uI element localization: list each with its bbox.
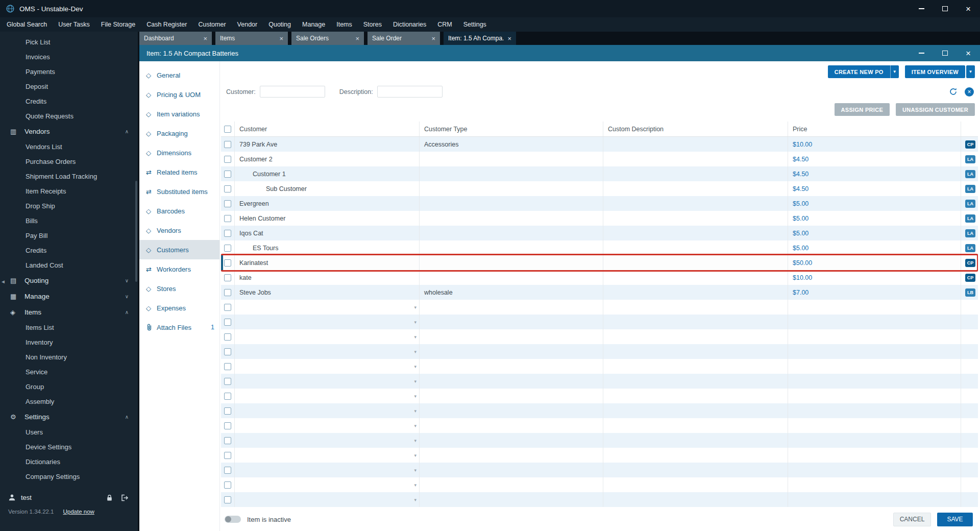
- window-maximize-button[interactable]: [933, 0, 957, 17]
- column-header-custom-description[interactable]: Custom Description: [603, 122, 788, 136]
- unassign-customer-button[interactable]: UNASSIGN CUSTOMER: [896, 103, 975, 116]
- sidebar-item-shipment-load-tracking[interactable]: Shipment Load Tracking: [0, 169, 138, 184]
- dropdown-arrow-icon[interactable]: ▾: [414, 305, 416, 310]
- sidebar-item-purchase-orders[interactable]: Purchase Orders: [0, 154, 138, 169]
- dropdown-arrow-icon[interactable]: ▾: [414, 364, 416, 369]
- table-row[interactable]: ES Tours$5.00LA: [221, 240, 978, 255]
- column-header-price[interactable]: Price: [788, 122, 961, 136]
- sidebar-item-item-receipts[interactable]: Item Receipts: [0, 184, 138, 199]
- sidebar-item-invoices[interactable]: Invoices: [0, 50, 138, 64]
- menu-item-settings[interactable]: Settings: [458, 21, 492, 28]
- row-checkbox[interactable]: [224, 171, 231, 178]
- select-all-checkbox[interactable]: [224, 126, 231, 133]
- sidebar-item-quote-requests[interactable]: Quote Requests: [0, 109, 138, 124]
- tab-sale-order[interactable]: Sale Order×: [368, 32, 440, 45]
- sidebar-item-group[interactable]: Group: [0, 379, 138, 394]
- dropdown-arrow-icon[interactable]: ▾: [414, 438, 416, 443]
- sidebar-scrollbar[interactable]: [135, 181, 137, 282]
- sidebar-item-vendors-list[interactable]: Vendors List: [0, 139, 138, 154]
- dropdown-arrow-icon[interactable]: ▾: [414, 453, 416, 458]
- update-now-link[interactable]: Update now: [63, 509, 94, 515]
- table-row-empty[interactable]: ▾: [221, 359, 978, 374]
- sidebar-item-pick-list[interactable]: Pick List: [0, 35, 138, 50]
- tab-close-icon[interactable]: ×: [203, 35, 207, 42]
- nav-item-barcodes[interactable]: ◇Barcodes: [139, 201, 219, 221]
- menu-item-cash-register[interactable]: Cash Register: [141, 21, 192, 28]
- row-checkbox[interactable]: [224, 378, 231, 385]
- row-checkbox[interactable]: [224, 200, 231, 207]
- window-close-button[interactable]: ×: [957, 0, 980, 17]
- tab-close-icon[interactable]: ×: [279, 35, 283, 42]
- row-checkbox[interactable]: [224, 422, 231, 429]
- table-row[interactable]: Steve Jobswholesale$7.00LB: [221, 285, 978, 300]
- save-button[interactable]: SAVE: [937, 513, 973, 526]
- sidebar-section-quoting[interactable]: ▤Quoting∨: [0, 273, 138, 288]
- row-checkbox[interactable]: [224, 304, 231, 311]
- row-checkbox[interactable]: [224, 274, 231, 281]
- tab-item-1-5-ah-compa[interactable]: Item: 1.5 Ah Compa...×: [444, 32, 516, 45]
- menu-item-stores[interactable]: Stores: [358, 21, 387, 28]
- table-row[interactable]: kate$10.00CP: [221, 270, 978, 285]
- row-checkbox[interactable]: [224, 141, 231, 148]
- dropdown-arrow-icon[interactable]: ▾: [414, 497, 416, 502]
- table-row-empty[interactable]: ▾: [221, 463, 978, 477]
- sidebar-item-deposit[interactable]: Deposit: [0, 79, 138, 94]
- sidebar-item-company-settings[interactable]: Company Settings: [0, 469, 138, 484]
- nav-item-vendors[interactable]: ◇Vendors: [139, 221, 219, 240]
- nav-item-general[interactable]: ◇General: [139, 65, 219, 85]
- tab-sale-orders[interactable]: Sale Orders×: [291, 32, 364, 45]
- row-checkbox[interactable]: [224, 437, 231, 444]
- price-badge-la[interactable]: LA: [965, 170, 975, 178]
- nav-item-expenses[interactable]: ◇Expenses: [139, 298, 219, 318]
- price-badge-cp[interactable]: CP: [965, 274, 975, 282]
- table-row-empty[interactable]: ▾: [221, 418, 978, 433]
- sidebar-item-service[interactable]: Service: [0, 365, 138, 379]
- tab-close-icon[interactable]: ×: [507, 35, 511, 42]
- row-checkbox[interactable]: [224, 319, 231, 326]
- nav-item-workorders[interactable]: ⇄Workorders: [139, 259, 219, 279]
- nav-item-attach-files[interactable]: Attach Files1: [139, 318, 219, 337]
- price-badge-cp[interactable]: CP: [965, 140, 975, 149]
- table-row-empty[interactable]: ▾: [221, 329, 978, 344]
- table-row[interactable]: Helen Customer$5.00LA: [221, 211, 978, 226]
- price-badge-cp[interactable]: CP: [965, 259, 975, 267]
- tab-close-icon[interactable]: ×: [431, 35, 435, 42]
- menu-item-dictionaries[interactable]: Dictionaries: [387, 21, 432, 28]
- price-badge-la[interactable]: LA: [965, 185, 975, 193]
- sidebar-item-drop-ship[interactable]: Drop Ship: [0, 199, 138, 213]
- table-row-empty[interactable]: ▾: [221, 403, 978, 418]
- column-header-customer[interactable]: Customer: [235, 122, 420, 136]
- sidebar-item-bills[interactable]: Bills: [0, 213, 138, 228]
- table-row-empty[interactable]: ▾: [221, 492, 978, 507]
- nav-item-related-items[interactable]: ⇄Related items: [139, 162, 219, 182]
- price-badge-lb[interactable]: LB: [965, 288, 975, 297]
- row-checkbox[interactable]: [224, 156, 231, 163]
- table-row-empty[interactable]: ▾: [221, 389, 978, 403]
- dropdown-arrow-icon[interactable]: ▾: [414, 320, 416, 325]
- table-row[interactable]: Sub Customer$4.50LA: [221, 181, 978, 196]
- tab-items[interactable]: Items×: [215, 32, 288, 45]
- row-checkbox[interactable]: [224, 215, 231, 222]
- create-new-po-button[interactable]: CREATE NEW PO ▼: [828, 65, 899, 78]
- sidebar-item-users[interactable]: Users: [0, 425, 138, 440]
- row-checkbox[interactable]: [224, 452, 231, 459]
- table-row-empty[interactable]: ▾: [221, 374, 978, 389]
- sidebar-item-landed-cost[interactable]: Landed Cost: [0, 258, 138, 273]
- nav-item-dimensions[interactable]: ◇Dimensions: [139, 143, 219, 162]
- create-new-po-dropdown-icon[interactable]: ▼: [890, 65, 899, 78]
- row-checkbox[interactable]: [224, 333, 231, 341]
- dropdown-arrow-icon[interactable]: ▾: [414, 334, 416, 340]
- nav-item-pricing-uom[interactable]: ◇Pricing & UOM: [139, 85, 219, 104]
- tab-dashboard[interactable]: Dashboard×: [139, 32, 212, 45]
- sidebar-item-non-inventory[interactable]: Non Inventory: [0, 350, 138, 365]
- table-row[interactable]: 739 Park AveAccessories$10.00CP: [221, 137, 978, 152]
- column-header-customer-type[interactable]: Customer Type: [420, 122, 603, 136]
- menu-item-user-tasks[interactable]: User Tasks: [53, 21, 95, 28]
- sidebar-item-credits[interactable]: Credits: [0, 94, 138, 109]
- sidebar-collapse-arrow-icon[interactable]: ◄: [1, 279, 6, 284]
- nav-item-item-variations[interactable]: ◇Item variations: [139, 104, 219, 124]
- table-row[interactable]: Iqos Cat$5.00LA: [221, 226, 978, 240]
- price-badge-la[interactable]: LA: [965, 244, 975, 252]
- item-inactive-toggle[interactable]: [225, 516, 241, 523]
- refresh-icon[interactable]: [949, 87, 958, 96]
